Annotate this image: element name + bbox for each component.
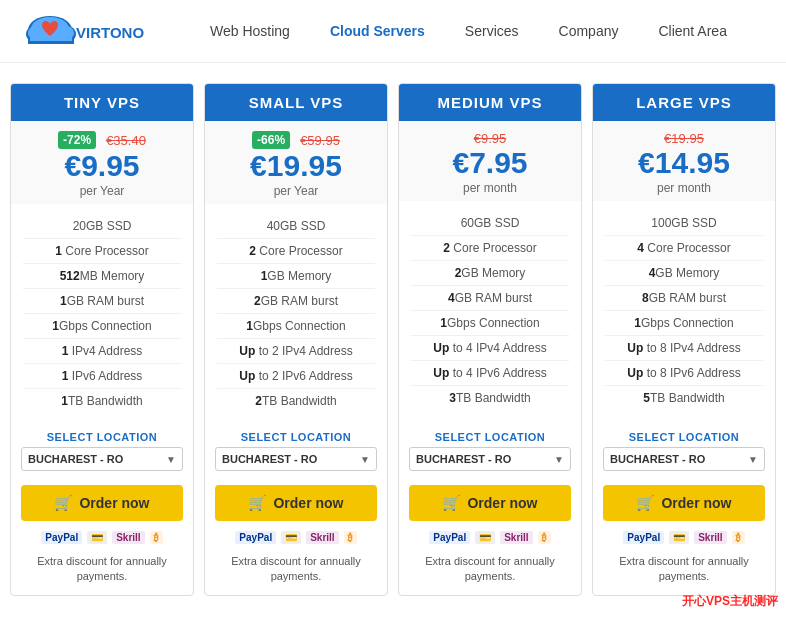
feature-row: 5TB Bandwidth: [605, 386, 763, 410]
location-select-small[interactable]: BUCHAREST - RO▼: [215, 447, 377, 471]
nav-web-hosting[interactable]: Web Hosting: [210, 23, 290, 39]
location-dropdown-tiny[interactable]: BUCHAREST - RO: [22, 448, 160, 470]
price-current-medium: €7.95: [407, 146, 573, 179]
payment-icon-bitcoin: ₿: [538, 531, 551, 544]
payment-icon-skrill: Skrill: [500, 531, 532, 544]
payment-icon-paypal: PayPal: [235, 531, 276, 544]
select-location-label-small: SELECT LOCATION: [205, 423, 387, 447]
price-old-small: €59.95: [300, 133, 340, 148]
cart-icon: 🛒: [248, 494, 267, 512]
payment-icon-paypal: PayPal: [429, 531, 470, 544]
feature-row: 2GB RAM burst: [217, 289, 375, 314]
location-select-medium[interactable]: BUCHAREST - RO▼: [409, 447, 571, 471]
payment-icon-visa: 💳: [475, 531, 495, 544]
payment-icon-paypal: PayPal: [41, 531, 82, 544]
order-button-large[interactable]: 🛒Order now: [603, 485, 765, 521]
cart-icon: 🛒: [54, 494, 73, 512]
discount-badge-tiny: -72%: [58, 131, 96, 149]
feature-row: 1Gbps Connection: [23, 314, 181, 339]
feature-row: 1Gbps Connection: [217, 314, 375, 339]
payment-icon-visa: 💳: [87, 531, 107, 544]
plan-pricing-medium: €9.95€7.95per month: [399, 121, 581, 201]
nav-services[interactable]: Services: [465, 23, 519, 39]
feature-row: Up to 8 IPv6 Address: [605, 361, 763, 386]
plan-pricing-large: €19.95€14.95per month: [593, 121, 775, 201]
chevron-down-icon: ▼: [548, 454, 570, 465]
feature-row: 20GB SSD: [23, 214, 181, 239]
plan-card-medium: MEDIUM VPS€9.95€7.95per month60GB SSD2 C…: [398, 83, 582, 596]
location-dropdown-large[interactable]: BUCHAREST - RO: [604, 448, 742, 470]
price-old-tiny: €35.40: [106, 133, 146, 148]
logo-area: VIRTONO: [20, 10, 150, 52]
select-location-label-tiny: SELECT LOCATION: [11, 423, 193, 447]
payment-icon-bitcoin: ₿: [150, 531, 163, 544]
price-period-large: per month: [601, 181, 767, 195]
order-button-small[interactable]: 🛒Order now: [215, 485, 377, 521]
feature-row: 1GB RAM burst: [23, 289, 181, 314]
payment-icon-skrill: Skrill: [306, 531, 338, 544]
price-current-large: €14.95: [601, 146, 767, 179]
payment-icon-paypal: PayPal: [623, 531, 664, 544]
extra-discount-note-small: Extra discount for annually payments.: [205, 548, 387, 595]
feature-row: 8GB RAM burst: [605, 286, 763, 311]
feature-row: 3TB Bandwidth: [411, 386, 569, 410]
order-button-label: Order now: [661, 495, 731, 511]
feature-row: 1GB Memory: [217, 264, 375, 289]
cart-icon: 🛒: [442, 494, 461, 512]
payment-icon-skrill: Skrill: [112, 531, 144, 544]
order-button-label: Order now: [273, 495, 343, 511]
nav-company[interactable]: Company: [559, 23, 619, 39]
feature-row: Up to 8 IPv4 Address: [605, 336, 763, 361]
order-button-tiny[interactable]: 🛒Order now: [21, 485, 183, 521]
feature-row: 2 Core Processor: [217, 239, 375, 264]
plan-features-small: 40GB SSD2 Core Processor1GB Memory2GB RA…: [205, 204, 387, 423]
order-button-medium[interactable]: 🛒Order now: [409, 485, 571, 521]
location-select-tiny[interactable]: BUCHAREST - RO▼: [21, 447, 183, 471]
feature-row: Up to 2 IPv6 Address: [217, 364, 375, 389]
plan-header-large: LARGE VPS: [593, 84, 775, 121]
plan-header-tiny: TINY VPS: [11, 84, 193, 121]
plan-pricing-tiny: -72%€35.40€9.95per Year: [11, 121, 193, 204]
extra-discount-note-tiny: Extra discount for annually payments.: [11, 548, 193, 595]
feature-row: 100GB SSD: [605, 211, 763, 236]
payment-icons-medium: PayPal💳Skrill₿: [399, 527, 581, 548]
order-button-label: Order now: [79, 495, 149, 511]
location-dropdown-small[interactable]: BUCHAREST - RO: [216, 448, 354, 470]
feature-row: 4GB RAM burst: [411, 286, 569, 311]
feature-row: 2TB Bandwidth: [217, 389, 375, 413]
plan-card-tiny: TINY VPS-72%€35.40€9.95per Year20GB SSD1…: [10, 83, 194, 596]
payment-icon-visa: 💳: [669, 531, 689, 544]
price-period-small: per Year: [213, 184, 379, 198]
feature-row: 1 IPv6 Address: [23, 364, 181, 389]
chevron-down-icon: ▼: [354, 454, 376, 465]
price-old-large: €19.95: [664, 131, 704, 146]
select-location-label-large: SELECT LOCATION: [593, 423, 775, 447]
feature-row: 40GB SSD: [217, 214, 375, 239]
logo-image: VIRTONO: [20, 10, 150, 52]
nav-client-area[interactable]: Client Area: [658, 23, 726, 39]
feature-row: 1Gbps Connection: [605, 311, 763, 336]
chevron-down-icon: ▼: [742, 454, 764, 465]
nav-cloud-servers[interactable]: Cloud Servers: [330, 23, 425, 39]
price-period-medium: per month: [407, 181, 573, 195]
feature-row: Up to 2 IPv4 Address: [217, 339, 375, 364]
extra-discount-note-large: Extra discount for annually payments.: [593, 548, 775, 595]
payment-icons-tiny: PayPal💳Skrill₿: [11, 527, 193, 548]
svg-text:VIRTONO: VIRTONO: [76, 24, 144, 41]
plan-features-tiny: 20GB SSD1 Core Processor512MB Memory1GB …: [11, 204, 193, 423]
location-select-large[interactable]: BUCHAREST - RO▼: [603, 447, 765, 471]
chevron-down-icon: ▼: [160, 454, 182, 465]
feature-row: 1 Core Processor: [23, 239, 181, 264]
plan-card-large: LARGE VPS€19.95€14.95per month100GB SSD4…: [592, 83, 776, 596]
select-location-label-medium: SELECT LOCATION: [399, 423, 581, 447]
payment-icons-large: PayPal💳Skrill₿: [593, 527, 775, 548]
location-dropdown-medium[interactable]: BUCHAREST - RO: [410, 448, 548, 470]
payment-icon-skrill: Skrill: [694, 531, 726, 544]
feature-row: 512MB Memory: [23, 264, 181, 289]
price-old-medium: €9.95: [474, 131, 507, 146]
main-nav: Web Hosting Cloud Servers Services Compa…: [210, 23, 766, 39]
feature-row: Up to 4 IPv4 Address: [411, 336, 569, 361]
cart-icon: 🛒: [636, 494, 655, 512]
plans-container: TINY VPS-72%€35.40€9.95per Year20GB SSD1…: [0, 63, 786, 616]
plan-header-medium: MEDIUM VPS: [399, 84, 581, 121]
